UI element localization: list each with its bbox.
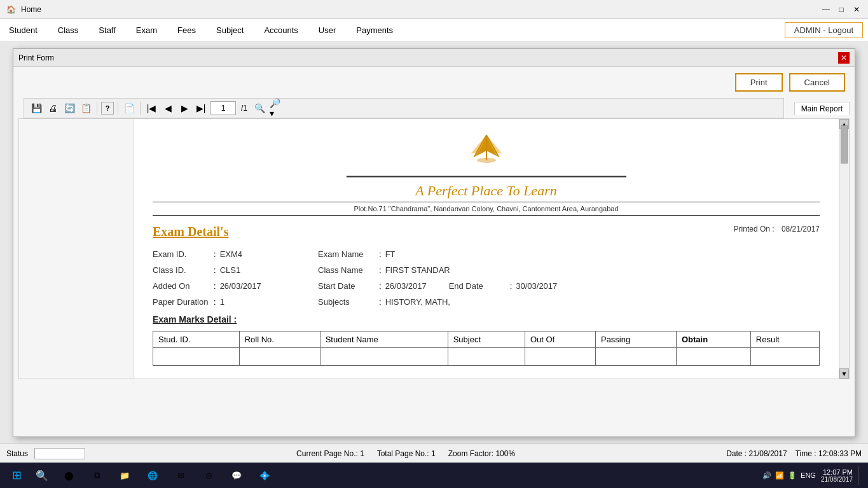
battery-icon[interactable]: 🔋 <box>788 471 797 480</box>
exam-marks-table: Stud. ID. Roll No. Student Name Subject … <box>153 331 820 366</box>
cortana-icon: ⬤ <box>64 471 74 480</box>
class-id-value: CLS1 <box>220 265 241 275</box>
mail-icon: ✉ <box>177 471 184 480</box>
taskbar-app-cortana[interactable]: ⬤ <box>56 464 81 487</box>
added-on-value: 26/03/2017 <box>220 281 261 291</box>
exam-id-value: EXM4 <box>220 249 242 259</box>
toolbar-separator-2 <box>118 102 118 115</box>
toolbar-icon-refresh[interactable]: 🔄 <box>62 101 76 115</box>
taskbar-app-ie[interactable]: 🌐 <box>140 464 165 487</box>
taskbar-app-taskview[interactable]: ⧉ <box>84 464 109 487</box>
paper-duration-label: Paper Duration <box>153 297 210 307</box>
cell-roll-no <box>239 348 320 366</box>
paper-duration-value: 1 <box>220 297 224 307</box>
menu-item-class[interactable]: Class <box>54 23 83 38</box>
doc-field-row-exam: Exam ID. : EXM4 Exam Name : FT <box>153 249 820 259</box>
subjects-label: Subjects <box>318 297 375 307</box>
dialog-actions: Print Cancel <box>13 67 855 98</box>
taskbar-app-whatsapp[interactable]: 💬 <box>224 464 249 487</box>
search-button[interactable]: 🔍 <box>31 464 53 487</box>
cell-out-of <box>525 348 595 366</box>
title-bar: 🏠 Home — □ ✕ <box>0 0 868 19</box>
start-date-sep: : <box>379 281 382 291</box>
subjects-sep: : <box>379 297 382 307</box>
taskbar-app-chrome[interactable]: ⊙ <box>196 464 221 487</box>
class-name-label: Class Name <box>318 265 375 275</box>
sound-icon[interactable]: 🔊 <box>762 471 771 480</box>
network-icon[interactable]: 📶 <box>775 471 784 480</box>
col-header-passing: Passing <box>595 331 676 348</box>
taskbar-app-explorer[interactable]: 📁 <box>112 464 137 487</box>
start-date-value: 26/03/2017 <box>385 281 436 291</box>
tray-clock: 12:07 PM <box>821 468 853 476</box>
time-label: Time : <box>796 449 816 458</box>
subjects-value: HISTORY, MATH, <box>385 297 450 307</box>
main-report-tab[interactable]: Main Report <box>794 102 850 115</box>
taskbar-app-mail[interactable]: ✉ <box>168 464 193 487</box>
app-icon: 🏠 <box>6 5 16 14</box>
date-label: Date : <box>726 449 747 458</box>
menu-item-staff[interactable]: Staff <box>95 23 120 38</box>
current-page-label: Current Page No.: 1 <box>296 449 364 458</box>
doc-field-row-duration: Paper Duration : 1 Subjects : HISTORY, M… <box>153 297 820 307</box>
system-tray: 🔊 📶 🔋 ENG <box>762 471 816 480</box>
status-input[interactable] <box>34 448 85 459</box>
toolbar-nav-next[interactable]: ▶ <box>177 101 191 115</box>
close-button[interactable]: ✕ <box>851 4 862 15</box>
cell-obtain <box>676 348 750 366</box>
toolbar-icon-help[interactable]: ? <box>101 102 114 115</box>
menu-item-student[interactable]: Student <box>5 23 41 38</box>
total-page-label: Total Page No.: 1 <box>377 449 436 458</box>
cancel-button[interactable]: Cancel <box>789 73 845 92</box>
toolbar-nav-prev[interactable]: ◀ <box>161 101 175 115</box>
col-header-subject: Subject <box>448 331 525 348</box>
toolbar-icon-print[interactable]: 🖨 <box>46 101 60 115</box>
admin-logout-button[interactable]: ADMIN - Logout <box>785 22 863 38</box>
menu-item-exam[interactable]: Exam <box>132 23 161 38</box>
menu-item-subject[interactable]: Subject <box>212 23 247 38</box>
maximize-button[interactable]: □ <box>836 4 846 15</box>
toolbar-icon-search[interactable]: 🔍 <box>252 101 266 115</box>
toolbar-nav-first[interactable]: |◀ <box>144 101 158 115</box>
toolbar-icon-copy[interactable]: 📋 <box>79 101 93 115</box>
cell-passing <box>595 348 676 366</box>
toolbar-icon-save[interactable]: 💾 <box>29 101 43 115</box>
windows-icon: ⊞ <box>12 468 22 482</box>
start-date-label: Start Date <box>318 281 375 291</box>
menu-item-user[interactable]: User <box>315 23 340 38</box>
menu-item-fees[interactable]: Fees <box>174 23 200 38</box>
menu-item-accounts[interactable]: Accounts <box>260 23 301 38</box>
class-name-value: FIRST STANDAR <box>385 265 450 275</box>
show-desktop-button[interactable] <box>858 466 863 485</box>
minimize-button[interactable]: — <box>821 4 831 15</box>
doc-header <box>153 132 820 165</box>
dialog-close-button[interactable]: ✕ <box>838 52 850 64</box>
page-number-input[interactable] <box>210 101 236 115</box>
chrome-icon: ⊙ <box>205 471 212 480</box>
print-form-dialog: Print Form ✕ Print Cancel 💾 🖨 🔄 📋 ? 📄 |◀… <box>13 48 855 437</box>
explorer-icon: 📁 <box>120 471 130 480</box>
scrollbar-thumb[interactable] <box>841 125 848 164</box>
doc-tagline: A Perfect Place To Learn <box>153 183 820 199</box>
cell-subject <box>448 348 525 366</box>
app-title: Home <box>21 5 41 14</box>
doc-field-row-dates: Added On : 26/03/2017 Start Date : 26/03… <box>153 281 820 291</box>
doc-printed-on: Printed On : 08/21/2017 <box>734 225 820 234</box>
print-button[interactable]: Print <box>735 73 783 92</box>
toolbar-nav-last[interactable]: ▶| <box>194 101 208 115</box>
menu-item-payments[interactable]: Payments <box>352 23 397 38</box>
end-date-label: End Date <box>449 281 506 291</box>
doc-title: Exam Detail's <box>153 225 228 239</box>
time-value: 12:08:33 PM <box>818 449 862 458</box>
added-on-sep: : <box>214 281 216 291</box>
start-button[interactable]: ⊞ <box>5 464 28 487</box>
toolbar-icon-zoom[interactable]: 🔎▾ <box>269 101 283 115</box>
taskbar-app-skype[interactable]: 💠 <box>252 464 277 487</box>
status-bar: Status Current Page No.: 1 Total Page No… <box>0 443 868 463</box>
tray-time[interactable]: 12:07 PM 21/08/2017 <box>821 468 853 483</box>
report-scrollbar[interactable]: ▲ ▼ <box>839 119 849 379</box>
toolbar-icon-report[interactable]: 📄 <box>122 101 136 115</box>
paper-duration-sep: : <box>214 297 216 307</box>
class-id-label: Class ID. <box>153 265 210 275</box>
scroll-down-arrow[interactable]: ▼ <box>839 368 849 379</box>
